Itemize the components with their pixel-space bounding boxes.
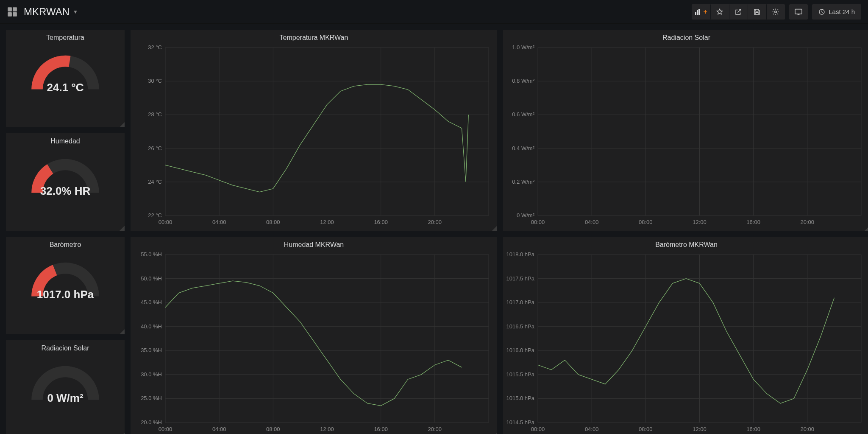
svg-text:1014.5 hPa: 1014.5 hPa [506,419,534,426]
svg-text:12:00: 12:00 [320,426,334,432]
svg-text:08:00: 08:00 [266,219,280,225]
svg-text:22 °C: 22 °C [148,212,162,218]
gauge: 32.0% HR [25,149,106,196]
svg-rect-6 [698,9,700,15]
cycle-view-button[interactable] [789,4,808,20]
svg-text:12:00: 12:00 [693,219,707,225]
navbar: MKRWAN ▼ + Last 24 h [0,0,868,24]
svg-text:1.0 W/m²: 1.0 W/m² [512,44,534,50]
dashboard-grid: Temperatura 24.1 °C Temperatura MKRWan 2… [0,24,868,434]
gauge-panel-radiacion[interactable]: Radiacion Solar 0 W/m² [6,340,125,434]
svg-text:55.0 %H: 55.0 %H [141,251,162,258]
save-button[interactable] [748,4,766,20]
svg-text:1016.0 hPa: 1016.0 hPa [506,347,534,353]
svg-text:35.0 %H: 35.0 %H [141,347,162,353]
plot-area: 1014.5 hPa1015.0 hPa1015.5 hPa1016.0 hPa… [503,250,868,434]
gauge: 24.1 °C [25,46,106,92]
nav-left: MKRWAN ▼ [7,6,692,18]
add-panel-button[interactable]: + [692,4,710,20]
panel-title[interactable]: Humedad [50,133,80,147]
svg-rect-8 [795,9,802,14]
svg-text:04:00: 04:00 [585,426,599,432]
share-button[interactable] [729,4,748,20]
svg-text:08:00: 08:00 [266,426,280,432]
nav-right: + Last 24 h [692,4,861,20]
panel-title[interactable]: Radiacion Solar [503,30,868,43]
svg-text:00:00: 00:00 [159,426,172,432]
svg-text:20.0 %H: 20.0 %H [141,419,162,426]
chart-panel-humedad[interactable]: Humedad MKRWan 20.0 %H25.0 %H30.0 %H35.0… [131,237,497,434]
chart-panel-barometro[interactable]: Barómetro MKRWan 1014.5 hPa1015.0 hPa101… [503,237,868,434]
panel-title[interactable]: Temperatura [46,30,84,43]
svg-text:28 °C: 28 °C [148,111,162,118]
gauge-value: 24.1 °C [25,81,106,94]
time-range-label: Last 24 h [829,8,855,15]
svg-text:32 °C: 32 °C [148,44,162,50]
plus-icon: + [704,8,707,16]
chart-panel-temperatura[interactable]: Temperatura MKRWan 22 °C24 °C26 °C28 °C3… [131,30,497,231]
svg-text:40.0 %H: 40.0 %H [141,323,162,330]
svg-rect-1 [13,7,17,11]
dashboard-icon[interactable] [7,6,18,17]
gauge-value: 0 W/m² [25,392,106,405]
svg-text:16:00: 16:00 [746,219,760,225]
svg-text:1017.5 hPa: 1017.5 hPa [506,275,534,282]
svg-text:1015.5 hPa: 1015.5 hPa [506,371,534,378]
svg-text:04:00: 04:00 [212,219,226,225]
panel-title[interactable]: Temperatura MKRWan [131,30,497,43]
clock-icon [818,8,825,15]
gauge-panel-barometro[interactable]: Barómetro 1017.0 hPa [6,237,125,334]
star-button[interactable] [710,4,729,20]
svg-text:08:00: 08:00 [639,219,653,225]
time-range-button[interactable]: Last 24 h [812,4,861,20]
panel-title[interactable]: Humedad MKRWan [131,237,497,250]
svg-text:1018.0 hPa: 1018.0 hPa [506,251,534,258]
svg-rect-5 [697,10,698,15]
svg-text:04:00: 04:00 [212,426,226,432]
svg-text:0 W/m²: 0 W/m² [517,212,535,218]
svg-text:1017.0 hPa: 1017.0 hPa [506,299,534,305]
toolbar-group: + [692,4,785,20]
svg-text:0.8 W/m²: 0.8 W/m² [512,78,534,84]
panel-title[interactable]: Radiacion Solar [42,340,89,354]
svg-rect-2 [8,12,12,17]
gauge: 0 W/m² [25,356,106,403]
gauge: 1017.0 hPa [25,253,106,300]
svg-text:1016.5 hPa: 1016.5 hPa [506,323,534,330]
gauge-value: 32.0% HR [25,185,106,198]
panel-title[interactable]: Barómetro [50,237,81,250]
svg-text:0.6 W/m²: 0.6 W/m² [512,111,534,118]
chart-panel-radiacion[interactable]: Radiacion Solar 0 W/m²0.2 W/m²0.4 W/m²0.… [503,30,868,231]
svg-text:30.0 %H: 30.0 %H [141,371,162,378]
svg-rect-3 [13,12,17,17]
svg-rect-0 [8,7,12,11]
dashboard-title: MKRWAN [24,6,70,18]
panel-title[interactable]: Barómetro MKRWan [503,237,868,250]
svg-text:08:00: 08:00 [639,426,653,432]
dashboard-title-dropdown[interactable]: MKRWAN ▼ [24,6,78,18]
svg-text:04:00: 04:00 [585,219,599,225]
plot-area: 20.0 %H25.0 %H30.0 %H35.0 %H40.0 %H45.0 … [131,250,497,434]
svg-text:45.0 %H: 45.0 %H [141,299,162,305]
settings-button[interactable] [766,4,785,20]
svg-text:50.0 %H: 50.0 %H [141,275,162,282]
plot-area: 22 °C24 °C26 °C28 °C30 °C32 °C00:0004:00… [131,43,497,230]
svg-text:00:00: 00:00 [531,219,545,225]
svg-text:12:00: 12:00 [693,426,707,432]
gauge-panel-humedad[interactable]: Humedad 32.0% HR [6,133,125,231]
svg-text:30 °C: 30 °C [148,78,162,84]
svg-text:00:00: 00:00 [531,426,545,432]
svg-point-7 [775,11,777,13]
svg-text:20:00: 20:00 [801,219,815,225]
svg-text:16:00: 16:00 [374,426,388,432]
svg-rect-4 [695,12,696,15]
svg-text:24 °C: 24 °C [148,179,162,185]
svg-text:20:00: 20:00 [428,426,442,432]
svg-text:1015.0 hPa: 1015.0 hPa [506,395,534,401]
gauge-panel-temperatura[interactable]: Temperatura 24.1 °C [6,30,125,127]
svg-text:20:00: 20:00 [801,426,815,432]
chevron-down-icon: ▼ [73,9,78,15]
svg-text:25.0 %H: 25.0 %H [141,395,162,401]
svg-text:16:00: 16:00 [746,426,760,432]
plot-area: 0 W/m²0.2 W/m²0.4 W/m²0.6 W/m²0.8 W/m²1.… [503,43,868,230]
